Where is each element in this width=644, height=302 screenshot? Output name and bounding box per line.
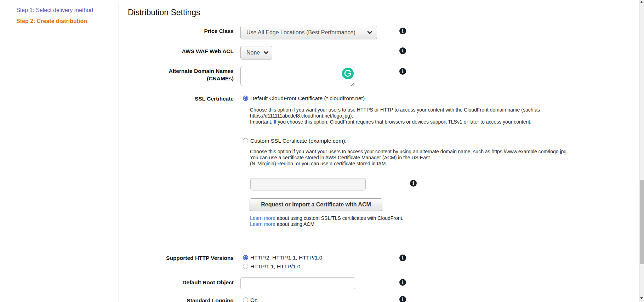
root-object-info-icon[interactable]: i [399,279,406,286]
info-glyph: i [412,181,414,186]
description-line: https://d111111abcdef8.cloudfront.net/lo… [250,113,540,119]
scrollbar-thumb[interactable] [640,180,644,264]
textarea-resize-handle-icon[interactable] [351,81,354,87]
waf-selected-value: None [246,50,260,56]
learn-more-acm-line: Learn more about using ACM. [250,221,316,227]
info-glyph: i [402,297,404,302]
radio-option-default-ssl[interactable]: Default CloudFront Certificate (*.cloudf… [243,95,365,102]
http-versions-label: Supported HTTP Versions [119,255,234,261]
default-ssl-option-text: Default CloudFront Certificate (*.cloudf… [250,95,365,102]
default-root-object-label: Default Root Object [119,279,234,285]
info-glyph: i [402,69,404,74]
radio-checked-icon [243,96,248,101]
http-versions-info-icon[interactable]: i [399,255,406,261]
standard-logging-label: Standard Logging [119,297,234,302]
price-class-label: Price Class [119,28,234,34]
learn-more-ssl-text: about using custom SSL/TLS certificates … [275,215,404,221]
description-line: Choose this option if you want your user… [250,149,568,155]
radio-option-custom-ssl[interactable]: Custom SSL Certificate (example.com): [243,138,347,144]
price-class-info-icon[interactable]: i [399,28,406,34]
description-line: Important: If you choose this option, Cl… [250,119,540,125]
radio-option-logging-on[interactable]: On [243,297,258,302]
custom-certificate-input[interactable] [250,178,366,190]
sidebar-step-2-current[interactable]: Step 2: Create distribution [16,18,87,24]
cnames-label-line1: Alternate Domain Names [119,68,234,74]
learn-more-ssl-link[interactable]: Learn more [250,215,275,221]
info-glyph: i [402,280,404,285]
request-acm-certificate-button[interactable]: Request or Import a Certificate with ACM [250,198,382,211]
radio-unchecked-icon [243,138,248,143]
cloudfront-create-distribution-screen: Step 1: Select delivery method Step 2: C… [0,0,644,302]
content-top-border [119,2,639,2]
cnames-label-line2: (CNAMEs) [119,75,234,81]
waf-web-acl-dropdown[interactable]: None [240,46,272,59]
default-ssl-description: Choose this option if you want your user… [250,107,540,125]
waf-info-icon[interactable]: i [399,47,406,54]
cnames-textarea[interactable] [240,66,355,86]
radio-checked-icon [243,255,248,260]
cnames-info-icon[interactable]: i [399,68,406,75]
chevron-down-icon [367,31,372,34]
logging-on-option-text: On [250,297,258,302]
page-title: Distribution Settings [128,8,200,17]
price-class-selected-value: Use All Edge Locations (Best Performance… [246,29,355,36]
custom-ssl-option-text: Custom SSL Certificate (example.com): [250,138,347,144]
http11-option-text: HTTP/1.1, HTTP/1.0 [250,263,300,270]
custom-certificate-info-icon[interactable]: i [410,180,417,187]
http2-option-text: HTTP/2, HTTP/1.1, HTTP/1.0 [250,255,322,261]
radio-unchecked-icon [243,264,248,269]
description-line: (N. Virginia) Region, or you can use a c… [250,161,568,167]
ssl-certificate-label: SSL Certificate [119,96,234,102]
grammarly-icon[interactable] [342,68,354,79]
sidebar-step-1-link[interactable]: Step 1: Select delivery method [16,7,93,13]
radio-option-http11[interactable]: HTTP/1.1, HTTP/1.0 [243,263,300,270]
price-class-dropdown[interactable]: Use All Edge Locations (Best Performance… [240,26,377,39]
default-root-object-input[interactable] [240,277,355,289]
radio-option-http2[interactable]: HTTP/2, HTTP/1.1, HTTP/1.0 [243,255,322,261]
custom-ssl-description: Choose this option if you want your user… [250,149,568,167]
description-line: Choose this option if you want your user… [250,107,540,113]
learn-more-acm-link[interactable]: Learn more [250,221,275,227]
waf-web-acl-label: AWS WAF Web ACL [119,48,234,54]
info-glyph: i [402,29,404,33]
radio-unchecked-icon [243,297,248,302]
learn-more-custom-ssl-line: Learn more about using custom SSL/TLS ce… [250,215,403,221]
info-glyph: i [402,256,404,260]
description-line: You can use a certificate stored in AWS … [250,155,568,161]
info-glyph: i [402,49,404,53]
scroll-down-icon[interactable] [640,297,643,299]
chevron-down-icon [263,51,269,55]
scroll-up-icon[interactable] [640,1,643,3]
logging-info-icon[interactable]: i [399,296,406,302]
learn-more-acm-text: about using ACM. [275,221,316,227]
